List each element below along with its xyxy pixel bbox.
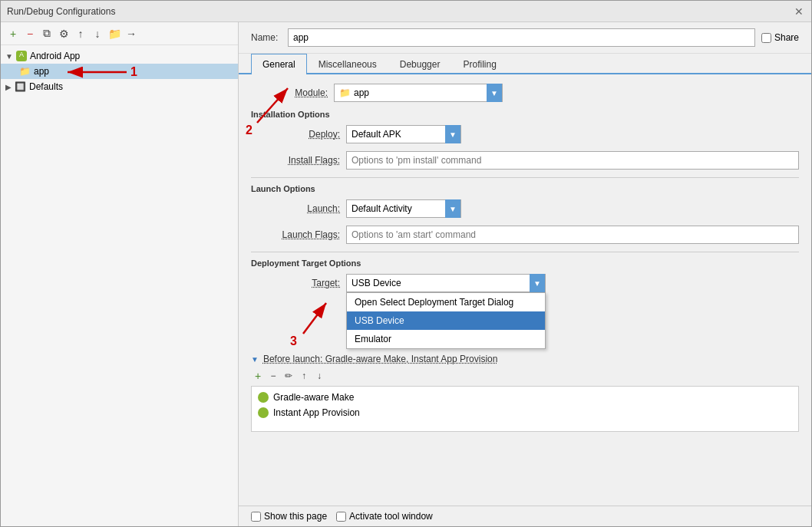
move-up-button[interactable]: ↑ [73, 26, 88, 41]
instant-app-icon [258, 407, 269, 418]
before-launch-label: Before launch: Gradle-aware Make, Instan… [263, 354, 498, 364]
target-value: USB Device [347, 276, 530, 290]
name-label: Name: [251, 32, 282, 43]
target-dropdown-menu: Open Select Deployment Target Dialog USB… [346, 292, 546, 349]
launch-row: Launch: Default Activity ▼ [251, 199, 799, 218]
tab-debugger[interactable]: Debugger [388, 54, 452, 74]
install-flags-input[interactable] [346, 151, 799, 170]
deploy-dropdown-arrow[interactable]: ▼ [445, 125, 460, 143]
bl-item-instant-app-label: Instant App Provision [273, 407, 360, 418]
title-bar: Run/Debug Configurations ✕ [1, 1, 811, 22]
android-app-group: ▼ A Android App 📁 app [1, 48, 238, 79]
before-launch-add-btn[interactable]: + [251, 369, 265, 383]
app-config-label: app [34, 66, 49, 77]
gradle-icon [258, 392, 269, 403]
launch-flags-input[interactable] [346, 226, 799, 244]
deployment-target-label: Deployment Target Options [251, 259, 799, 268]
folder-button[interactable]: 📁 [107, 26, 122, 41]
show-page-label: Show this page [264, 511, 327, 522]
remove-config-button[interactable]: − [22, 26, 38, 41]
install-flags-row: Install Flags: [251, 151, 799, 170]
share-label: Share [774, 32, 799, 43]
bl-item-gradle-label: Gradle-aware Make [273, 392, 354, 403]
android-app-label: Android App [30, 51, 80, 61]
settings-config-button[interactable]: ⚙ [56, 26, 71, 41]
target-row: Target: USB Device ▼ Ope [251, 274, 799, 292]
before-launch-section: ▼ Before launch: Gradle-aware Make, Inst… [251, 354, 799, 432]
deploy-row: Deploy: Default APK ▼ [251, 125, 799, 143]
bl-item-instant-app: Instant App Provision [255, 405, 795, 420]
before-launch-down-btn[interactable]: ↓ [312, 369, 326, 383]
left-panel: + − ⧉ ⚙ ↑ ↓ 📁 → ▼ A Android App [1, 22, 239, 526]
android-app-icon: A [16, 51, 27, 61]
arrow-button[interactable]: → [124, 26, 139, 41]
tabs-row: General Miscellaneous Debugger Profiling [239, 54, 811, 74]
dropdown-item-open-dialog[interactable]: Open Select Deployment Target Dialog [347, 293, 545, 311]
deploy-value: Default APK [347, 127, 445, 141]
launch-options-label: Launch Options [251, 184, 799, 193]
tab-miscellaneous[interactable]: Miscellaneous [307, 54, 388, 74]
close-button[interactable]: ✕ [793, 5, 805, 18]
module-folder-icon: 📁 [339, 87, 351, 98]
defaults-expand-arrow: ▶ [5, 83, 12, 91]
target-dropdown-container: USB Device ▼ Open Select Deployment Targ… [346, 274, 546, 292]
launch-flags-row: Launch Flags: [251, 226, 799, 244]
defaults-icon: 🔲 [15, 81, 26, 92]
name-input[interactable] [288, 28, 755, 47]
show-page-checkbox[interactable] [251, 512, 261, 522]
dropdown-item-emulator[interactable]: Emulator [347, 330, 545, 348]
defaults-item[interactable]: ▶ 🔲 Defaults [1, 79, 238, 94]
app-config-item[interactable]: 📁 app [1, 64, 238, 79]
defaults-label: Defaults [29, 81, 63, 92]
activate-tool-label: Activate tool window [349, 511, 433, 522]
before-launch-edit-btn[interactable]: ✏ [282, 369, 295, 383]
copy-config-button[interactable]: ⧉ [39, 26, 54, 41]
name-row: Name: Share [239, 22, 811, 54]
launch-value: Default Activity [347, 202, 445, 216]
android-app-header[interactable]: ▼ A Android App [1, 48, 238, 64]
left-toolbar: + − ⧉ ⚙ ↑ ↓ 📁 → [1, 22, 238, 45]
launch-label: Launch: [263, 203, 340, 214]
before-launch-toolbar: + − ✏ ↑ ↓ [251, 369, 799, 383]
module-value: 📁 app [335, 86, 487, 100]
before-launch-header: ▼ Before launch: Gradle-aware Make, Inst… [251, 354, 799, 364]
deploy-label: Deploy: [263, 129, 340, 140]
right-panel: Name: Share General Miscellaneous [239, 22, 811, 526]
deploy-dropdown[interactable]: Default APK ▼ [346, 125, 461, 143]
module-row: Module: 📁 app ▼ [251, 84, 799, 102]
share-area: Share [761, 32, 799, 43]
dialog-title: Run/Debug Configurations [7, 6, 115, 17]
before-launch-collapse-arrow[interactable]: ▼ [251, 355, 259, 364]
before-launch-up-btn[interactable]: ↑ [297, 369, 311, 383]
target-dropdown[interactable]: USB Device ▼ [346, 274, 546, 292]
before-launch-remove-btn[interactable]: − [266, 369, 280, 383]
tab-general[interactable]: General [251, 54, 307, 74]
target-label: Target: [263, 278, 340, 288]
target-dropdown-arrow[interactable]: ▼ [530, 274, 545, 292]
footer-bar: Show this page Activate tool window [239, 506, 811, 526]
activate-tool-checkbox[interactable] [336, 512, 346, 522]
bl-item-gradle: Gradle-aware Make [255, 390, 795, 405]
activate-tool-area: Activate tool window [336, 511, 433, 522]
launch-dropdown-arrow[interactable]: ▼ [445, 199, 460, 218]
module-dropdown-arrow[interactable]: ▼ [487, 84, 502, 102]
main-content: Module: 📁 app ▼ Installation Options Dep [239, 74, 811, 506]
add-config-button[interactable]: + [5, 26, 21, 41]
app-folder-icon: 📁 [19, 66, 31, 77]
launch-flags-label: Launch Flags: [263, 229, 340, 240]
config-tree: ▼ A Android App 📁 app ▶ 🔲 Defaults [1, 45, 238, 526]
before-launch-list: Gradle-aware Make Instant App Provision [251, 386, 799, 432]
expand-arrow: ▼ [5, 52, 13, 61]
module-dropdown[interactable]: 📁 app ▼ [334, 84, 503, 102]
launch-dropdown[interactable]: Default Activity ▼ [346, 199, 461, 218]
share-checkbox[interactable] [761, 33, 771, 43]
install-flags-label: Install Flags: [263, 155, 340, 166]
show-page-area: Show this page [251, 511, 327, 522]
tab-profiling[interactable]: Profiling [451, 54, 507, 74]
module-label: Module: [251, 87, 328, 98]
installation-options-label: Installation Options [251, 110, 799, 119]
move-down-button[interactable]: ↓ [90, 26, 105, 41]
dropdown-item-usb-device[interactable]: USB Device [347, 311, 545, 330]
